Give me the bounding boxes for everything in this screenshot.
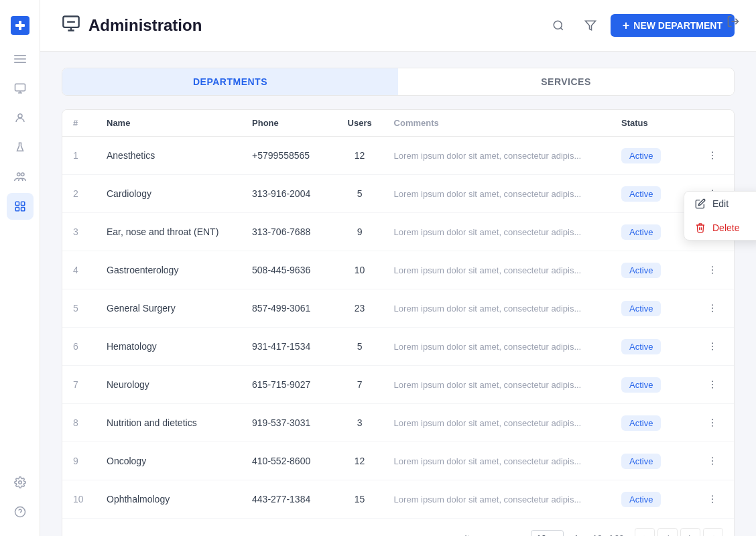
- svg-point-30: [712, 266, 713, 267]
- sidebar-item-group[interactable]: [7, 163, 34, 190]
- cell-phone: 615-715-9027: [241, 366, 336, 404]
- table-row: 9 Oncology 410-552-8600 12 Lorem ipsum d…: [62, 442, 734, 480]
- status-badge: Active: [621, 377, 661, 393]
- cell-users: 12: [336, 442, 383, 480]
- plus-icon: +: [623, 19, 630, 31]
- new-department-button[interactable]: + NEW DEPARTMENT: [611, 14, 735, 37]
- svg-point-40: [712, 384, 713, 385]
- items-per-page-select[interactable]: 10 25 50: [531, 530, 564, 537]
- sidebar-item-lab[interactable]: [7, 134, 34, 161]
- items-per-page-control: Items per page: 10 25 50: [464, 530, 563, 537]
- row-more-button[interactable]: [702, 336, 723, 357]
- sidebar: [0, 0, 40, 536]
- table: # Name Phone Users Comments Status 1 Ane…: [62, 110, 734, 518]
- svg-point-46: [712, 460, 713, 462]
- cell-num: 6: [62, 328, 96, 366]
- table-header-row: # Name Phone Users Comments Status: [62, 110, 734, 137]
- cell-phone: 857-499-3061: [241, 289, 336, 328]
- last-page-button[interactable]: [703, 528, 723, 536]
- cell-status: Active: [611, 137, 691, 175]
- pagination-range: 1 — 10 of 69: [574, 533, 624, 537]
- cell-status: Active: [611, 328, 691, 366]
- row-more-button[interactable]: [702, 374, 723, 395]
- table-row: 10 Ophthalmology 443-277-1384 15 Lorem i…: [62, 480, 734, 519]
- svg-rect-5: [15, 84, 25, 91]
- sidebar-item-menu[interactable]: [7, 46, 34, 72]
- page-header: Administration + NEW DEPARTMENT: [40, 0, 756, 52]
- svg-point-36: [712, 342, 713, 344]
- col-header-status: Status: [611, 110, 691, 137]
- table-row: 2 Cardiology 313-916-2004 5 Lorem ipsum …: [62, 175, 734, 213]
- col-header-users: Users: [336, 110, 383, 137]
- cell-comments: Lorem ipsum dolor sit amet, consectetur …: [383, 442, 611, 480]
- row-more-button[interactable]: [702, 297, 723, 319]
- svg-point-6: [18, 114, 22, 118]
- status-badge: Active: [621, 339, 661, 354]
- svg-point-45: [712, 457, 713, 458]
- sidebar-item-settings[interactable]: [7, 469, 34, 496]
- cell-num: 8: [62, 404, 96, 442]
- tab-departments[interactable]: DEPARTMENTS: [62, 68, 398, 95]
- administration-icon: [62, 14, 80, 37]
- status-badge: Active: [621, 186, 661, 202]
- status-badge: Active: [621, 263, 661, 278]
- cell-users: 9: [336, 213, 383, 251]
- svg-point-42: [712, 419, 713, 420]
- cell-comments: Lorem ipsum dolor sit amet, consectetur …: [383, 213, 611, 251]
- cell-actions: [691, 480, 734, 519]
- cell-status: Active: [611, 480, 691, 519]
- row-more-button[interactable]: [702, 488, 723, 510]
- cell-num: 10: [62, 480, 96, 519]
- logout-button[interactable]: [721, 9, 745, 34]
- table-row: 4 Gastroenterology 508-445-9636 10 Lorem…: [62, 251, 734, 289]
- svg-point-50: [712, 502, 713, 503]
- cell-name: Neurology: [96, 366, 241, 404]
- cell-comments: Lorem ipsum dolor sit amet, consectetur …: [383, 175, 611, 213]
- cell-phone: 508-445-9636: [241, 251, 336, 289]
- svg-point-43: [712, 422, 713, 423]
- cell-actions: [691, 442, 734, 480]
- next-page-button[interactable]: [680, 528, 700, 536]
- svg-point-8: [21, 173, 24, 176]
- sidebar-item-dashboard[interactable]: [7, 75, 34, 102]
- filter-button[interactable]: [578, 13, 603, 38]
- row-more-button[interactable]: [702, 145, 723, 166]
- cell-phone: 443-277-1384: [241, 480, 336, 519]
- context-menu-delete[interactable]: Delete: [684, 216, 756, 240]
- cell-comments: Lorem ipsum dolor sit amet, consectetur …: [383, 289, 611, 328]
- status-badge: Active: [621, 224, 661, 240]
- svg-point-13: [18, 481, 21, 484]
- sidebar-item-help[interactable]: [7, 498, 34, 525]
- cell-users: 5: [336, 328, 383, 366]
- first-page-button[interactable]: [635, 528, 655, 536]
- sidebar-bottom: [7, 469, 34, 525]
- table-row: 8 Nutrition and dietetics 919-537-3031 3…: [62, 404, 734, 442]
- svg-point-44: [712, 425, 713, 427]
- brand-logo: [8, 11, 32, 40]
- cell-num: 5: [62, 289, 96, 328]
- context-menu-edit[interactable]: Edit: [684, 192, 756, 216]
- cell-status: Active: [611, 404, 691, 442]
- sidebar-item-admin[interactable]: [7, 193, 34, 220]
- row-more-button[interactable]: [702, 259, 723, 281]
- cell-phone: 313-706-7688: [241, 213, 336, 251]
- svg-rect-3: [14, 58, 26, 60]
- svg-point-18: [554, 21, 562, 29]
- sidebar-item-users[interactable]: [7, 105, 34, 131]
- svg-point-32: [712, 273, 713, 274]
- cell-status: Active: [611, 175, 691, 213]
- pagination: Items per page: 10 25 50 1 — 10 of 69: [62, 518, 734, 536]
- tab-services[interactable]: SERVICES: [398, 68, 734, 95]
- status-badge: Active: [621, 415, 661, 431]
- row-more-button[interactable]: [702, 450, 723, 472]
- cell-comments: Lorem ipsum dolor sit amet, consectetur …: [383, 251, 611, 289]
- svg-marker-20: [585, 21, 595, 30]
- svg-line-19: [560, 27, 562, 29]
- row-more-button[interactable]: [702, 412, 723, 433]
- main-content: Administration + NEW DEPARTMENT DEPARTME…: [40, 0, 756, 536]
- cell-num: 9: [62, 442, 96, 480]
- departments-table: # Name Phone Users Comments Status 1 Ane…: [62, 109, 735, 536]
- search-button[interactable]: [546, 13, 570, 38]
- cell-phone: 931-417-1534: [241, 328, 336, 366]
- prev-page-button[interactable]: [657, 528, 678, 536]
